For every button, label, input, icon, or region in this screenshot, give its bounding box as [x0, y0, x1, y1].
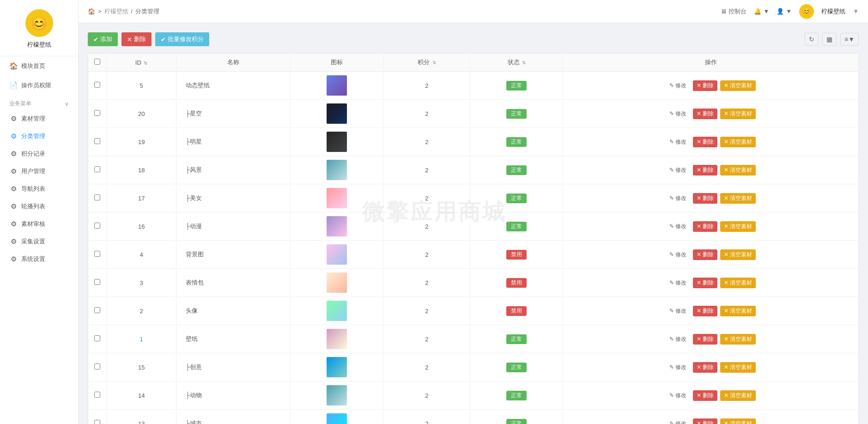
edit-button[interactable]: ✎ 修改: [666, 334, 690, 345]
times-icon: ✕: [697, 336, 701, 342]
clear-button[interactable]: ✕ 清空素材: [720, 137, 756, 147]
row-checkbox[interactable]: [94, 194, 100, 200]
clear-button[interactable]: ✕ 清空素材: [720, 390, 756, 401]
delete-button[interactable]: ✕ 删除: [693, 109, 717, 119]
edit-button[interactable]: ✎ 修改: [666, 165, 690, 176]
header: 🏠 > 柠檬壁纸 / 分类管理 🖥 控制台 🔔 ▼ 👤 ▼ 😊 柠檬壁纸: [79, 0, 868, 23]
refresh-button[interactable]: ↻: [805, 33, 819, 46]
sidebar-item-users[interactable]: ⚙ 用户管理: [0, 163, 78, 180]
row-id: 3: [107, 269, 176, 297]
chevron-down-icon: ▼: [786, 8, 792, 15]
sidebar-item-carousel[interactable]: ⚙ 轮播列表: [0, 198, 78, 215]
clear-button[interactable]: ✕ 清空素材: [720, 334, 756, 345]
row-id: 16: [107, 212, 176, 241]
delete-button[interactable]: ✕ 删除: [693, 334, 717, 345]
gear-icon: ⚙: [9, 237, 18, 246]
edit-button[interactable]: ✎ 修改: [666, 109, 690, 119]
row-checkbox[interactable]: [94, 363, 100, 369]
edit-button[interactable]: ✎ 修改: [666, 249, 690, 260]
control-console[interactable]: 🖥 控制台: [721, 7, 747, 16]
sidebar-item-nav[interactable]: ⚙ 导航列表: [0, 180, 78, 198]
sort-icon[interactable]: ⇅: [432, 60, 436, 65]
row-checkbox[interactable]: [94, 420, 100, 424]
edit-button[interactable]: ✎ 修改: [666, 137, 690, 147]
delete-button[interactable]: ✕ 删除: [693, 362, 717, 373]
row-checkbox[interactable]: [94, 251, 100, 257]
sidebar-item-home[interactable]: 🏠 模块首页: [0, 56, 78, 76]
delete-button[interactable]: ✕ 删除: [693, 249, 717, 260]
clear-button[interactable]: ✕ 清空素材: [720, 278, 756, 288]
clear-button[interactable]: ✕ 清空素材: [720, 165, 756, 176]
thumbnail: [327, 103, 347, 124]
select-all-checkbox[interactable]: [94, 59, 100, 65]
row-ops: ✎ 修改 ✕ 删除 ✕ 清空素材: [563, 212, 858, 241]
id-link[interactable]: 1: [140, 336, 143, 343]
thumbnail: [327, 188, 347, 208]
user-menu[interactable]: 👤 ▼: [777, 8, 792, 15]
list-view-button[interactable]: ≡▼: [840, 33, 859, 46]
batch-edit-button[interactable]: ✔ 批量修改积分: [155, 32, 209, 46]
clear-button[interactable]: ✕ 清空素材: [720, 193, 756, 204]
sidebar-item-collect[interactable]: ⚙ 采集设置: [0, 233, 78, 250]
row-points: 2: [383, 297, 470, 325]
clear-button[interactable]: ✕ 清空素材: [720, 221, 756, 232]
clear-button[interactable]: ✕ 清空素材: [720, 362, 756, 373]
status-badge: 正常: [506, 222, 527, 231]
edit-button[interactable]: ✎ 修改: [666, 193, 690, 204]
delete-button[interactable]: ✕ 删除: [121, 32, 152, 46]
clear-button[interactable]: ✕ 清空素材: [720, 109, 756, 119]
delete-button[interactable]: ✕ 删除: [693, 221, 717, 232]
sidebar-item-permissions[interactable]: 📄 操作员权限: [0, 76, 78, 95]
edit-button[interactable]: ✎ 修改: [666, 278, 690, 288]
clear-button[interactable]: ✕ 清空素材: [720, 80, 756, 91]
delete-button[interactable]: ✕ 删除: [693, 390, 717, 401]
delete-button[interactable]: ✕ 删除: [693, 193, 717, 204]
row-thumb: [291, 410, 383, 424]
toolbar-right: ↻ ▦ ≡▼: [805, 33, 859, 46]
row-checkbox[interactable]: [94, 82, 100, 88]
notification-bell[interactable]: 🔔 ▼: [754, 8, 769, 15]
main-content: 🏠 > 柠檬壁纸 / 分类管理 🖥 控制台 🔔 ▼ 👤 ▼ 😊 柠檬壁纸: [79, 0, 868, 424]
delete-button[interactable]: ✕ 删除: [693, 278, 717, 288]
row-points: 2: [383, 184, 470, 212]
clear-button[interactable]: ✕ 清空素材: [720, 306, 756, 316]
row-checkbox[interactable]: [94, 279, 100, 285]
sidebar-item-points[interactable]: ⚙ 积分记录: [0, 145, 78, 163]
home-icon[interactable]: 🏠: [88, 8, 95, 15]
edit-button[interactable]: ✎ 修改: [666, 221, 690, 232]
row-checkbox[interactable]: [94, 110, 100, 116]
row-checkbox[interactable]: [94, 392, 100, 398]
edit-button[interactable]: ✎ 修改: [666, 418, 690, 424]
delete-button[interactable]: ✕ 删除: [693, 306, 717, 316]
table-row: 14 ├动物 2 正常 ✎ 修改 ✕ 删除 ✕ 清空素材: [88, 382, 858, 410]
edit-button[interactable]: ✎ 修改: [666, 80, 690, 91]
clear-button[interactable]: ✕ 清空素材: [720, 249, 756, 260]
delete-button[interactable]: ✕ 删除: [693, 80, 717, 91]
edit-button[interactable]: ✎ 修改: [666, 390, 690, 401]
sort-icon[interactable]: ⇅: [522, 60, 526, 65]
row-checkbox[interactable]: [94, 166, 100, 172]
sidebar-item-audit[interactable]: ⚙ 素材审核: [0, 215, 78, 233]
row-thumb: [291, 241, 383, 269]
delete-button[interactable]: ✕ 删除: [693, 137, 717, 147]
sidebar-item-category[interactable]: ⚙ 分类管理: [0, 127, 78, 145]
row-checkbox-cell: [88, 325, 107, 353]
grid-view-button[interactable]: ▦: [822, 33, 837, 46]
sort-icon[interactable]: ⇅: [144, 61, 147, 66]
dropdown-icon[interactable]: ▼: [853, 8, 859, 15]
edit-button[interactable]: ✎ 修改: [666, 362, 690, 373]
edit-button[interactable]: ✎ 修改: [666, 306, 690, 316]
chevron-down-icon: ∨: [65, 101, 69, 107]
row-checkbox[interactable]: [94, 138, 100, 144]
row-checkbox[interactable]: [94, 335, 100, 341]
breadcrumb-item[interactable]: 柠檬壁纸: [104, 7, 128, 16]
delete-button[interactable]: ✕ 删除: [693, 165, 717, 176]
table-row: 5 动态壁纸 2 正常 ✎ 修改 ✕ 删除 ✕ 清空素材: [88, 72, 858, 100]
clear-button[interactable]: ✕ 清空素材: [720, 418, 756, 424]
row-checkbox[interactable]: [94, 223, 100, 229]
delete-button[interactable]: ✕ 删除: [693, 418, 717, 424]
add-button[interactable]: ✔ 添加: [88, 32, 118, 46]
sidebar-item-material[interactable]: ⚙ 素材管理: [0, 110, 78, 127]
row-checkbox[interactable]: [94, 307, 100, 313]
sidebar-item-system[interactable]: ⚙ 系统设置: [0, 250, 78, 268]
